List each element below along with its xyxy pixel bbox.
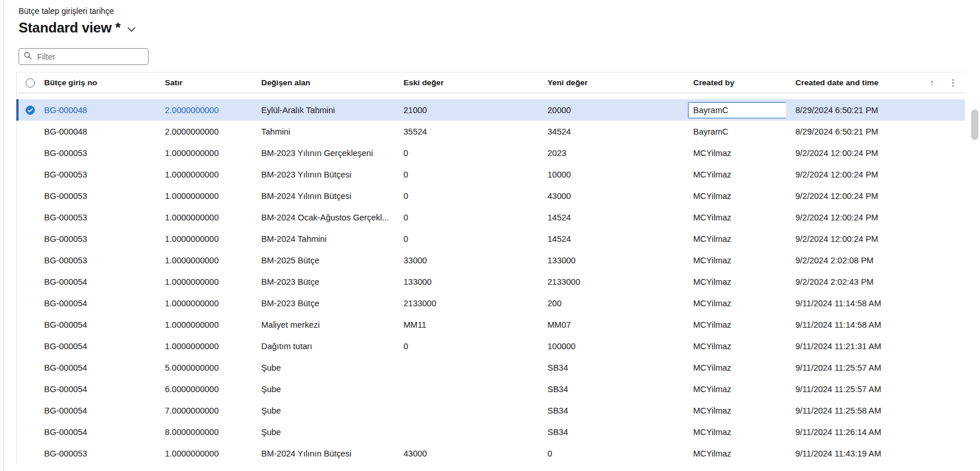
budget-entry-link[interactable]: BG-000054 [38,385,156,394]
row-select-cell[interactable] [17,299,38,308]
table-row[interactable]: BG-000053 1.0000000000 BM-2024 Yılının B… [17,185,965,206]
more-options-icon[interactable]: ⋮ [949,78,958,88]
row-select-cell[interactable] [17,213,38,222]
old-value-cell: 0 [394,191,538,201]
column-header-line[interactable]: Satır [156,78,252,87]
table-row[interactable]: BG-000054 1.0000000000 BM-2023 Bütçe 213… [17,292,965,314]
row-select-cell[interactable] [17,277,38,287]
budget-entry-link[interactable]: BG-000053 [38,191,156,201]
column-header-created-by[interactable]: Created by [684,78,786,87]
row-select-cell[interactable] [17,234,38,244]
created-by-value: BayramC [693,127,728,136]
created-by-value: MCYilmaz [693,213,732,222]
column-header-entry[interactable]: Bütçe giriş no [38,78,156,87]
budget-entry-link[interactable]: BG-000054 [38,277,156,287]
row-select-cell[interactable] [17,342,38,351]
created-by-cell: MCYilmaz [684,385,786,394]
created-by-value: MCYilmaz [693,148,732,158]
line-number-cell: 1.0000000000 [156,256,252,265]
page-title[interactable]: Standard view * [19,20,121,36]
created-by-cell: MCYilmaz [684,299,786,308]
filter-field[interactable] [19,48,149,65]
new-value-cell: 20000 [538,106,684,115]
row-select-cell[interactable] [17,363,38,372]
column-header-changed-field[interactable]: Değişen alan [252,78,394,87]
created-date-cell: 9/2/2024 2:02:08 PM [786,256,941,265]
select-all-cell[interactable] [17,78,38,88]
table-row[interactable]: BG-000054 1.0000000000 Dağıtım tutarı 0 … [17,335,965,357]
budget-entry-link[interactable]: BG-000054 [38,342,156,351]
budget-entry-link[interactable]: BG-000054 [38,363,156,372]
column-header-new-value[interactable]: Yeni değer [538,78,684,87]
new-value-cell: 200 [538,299,684,308]
budget-entry-link[interactable]: BG-000053 [38,213,156,222]
created-by-value: MCYilmaz [693,427,732,437]
new-value-cell: 10000 [538,170,684,179]
created-date-cell: 9/2/2024 12:00:24 PM [786,148,941,158]
column-header-old-value[interactable]: Eski değer [394,78,538,87]
row-select-cell[interactable] [17,148,38,158]
row-select-cell[interactable] [17,385,38,394]
table-row[interactable]: BG-000048 2.0000000000 Tahmini 35524 345… [17,121,965,142]
row-select-cell[interactable] [17,449,38,458]
row-select-cell[interactable] [17,427,38,437]
table-row[interactable]: BG-000053 1.0000000000 BM-2024 Yılının B… [17,443,965,464]
table-row[interactable]: BG-000054 7.0000000000 Şube SB34 MCYilma… [17,400,965,421]
changed-field-cell: BM-2024 Tahmini [252,234,394,244]
new-value-cell: 34524 [538,127,684,136]
view-selector[interactable]: Standard view * [19,20,136,36]
row-select-cell[interactable] [17,256,38,265]
row-select-cell[interactable] [17,191,38,201]
row-select-cell[interactable] [17,170,38,179]
budget-entry-link[interactable]: BG-000053 [38,148,156,158]
row-selected-checkbox[interactable] [26,106,35,115]
budget-entry-link[interactable]: BG-000048 [38,127,156,136]
grid-options-cell[interactable]: ⋮ [941,77,965,88]
budget-entry-link[interactable]: BG-000054 [38,299,156,308]
old-value-cell: 133000 [394,277,538,287]
changed-field-cell: Dağıtım tutarı [252,342,394,351]
chevron-down-icon[interactable] [127,24,136,35]
table-row[interactable]: BG-000053 1.0000000000 BM-2025 Bütçe 330… [17,249,965,271]
row-select-cell[interactable] [17,127,38,136]
budget-entry-link[interactable]: BG-000054 [38,406,156,415]
budget-entry-link[interactable]: BG-000053 [38,449,156,458]
row-select-cell[interactable] [17,320,38,329]
table-row[interactable]: BG-000053 1.0000000000 BM-2024 Ocak-Ağus… [17,206,965,228]
table-row[interactable]: BG-000054 1.0000000000 BM-2023 Bütçe 133… [17,271,965,292]
row-select-cell[interactable] [17,106,38,115]
created-by-cell: MCYilmaz [684,234,786,244]
created-date-cell: 9/11/2024 11:21:31 AM [786,342,941,351]
budget-entry-link[interactable]: BG-000054 [38,320,156,329]
page-content: Bütçe talep girişleri tarihçe Standard v… [5,0,980,464]
table-row[interactable]: BG-000053 1.0000000000 BM-2023 Yılının B… [17,164,965,185]
column-header-created-date[interactable]: Created date and time ↑ [786,78,941,88]
line-number-cell: 5.0000000000 [156,363,252,372]
created-by-value: MCYilmaz [693,363,732,372]
budget-entry-link[interactable]: BG-000053 [38,170,156,179]
created-by-editor[interactable]: BayramC [688,102,786,118]
row-select-cell[interactable] [17,406,38,415]
old-value-cell: 33000 [394,256,538,265]
created-by-cell: MCYilmaz [684,277,786,287]
table-row[interactable]: BG-000053 1.0000000000 BM-2024 Tahmini 0… [17,228,965,249]
table-row[interactable]: BG-000054 6.0000000000 Şube SB34 MCYilma… [17,378,965,400]
created-date-cell: 9/11/2024 11:25:58 AM [786,406,941,415]
table-row[interactable]: BG-000048 2.0000000000 Eylül-Aralık Tahm… [17,99,965,121]
select-all-checkbox[interactable] [26,78,35,88]
new-value-cell: 0 [538,449,684,458]
budget-entry-link[interactable]: BG-000053 [38,234,156,244]
table-row[interactable]: BG-000054 1.0000000000 Maliyet merkezi M… [17,314,965,335]
table-row[interactable]: BG-000053 1.0000000000 BM-2023 Yılının G… [17,142,965,164]
created-date-cell: 8/29/2024 6:50:21 PM [786,106,941,115]
line-number-cell: 1.0000000000 [156,191,252,201]
budget-entry-link[interactable]: BG-000053 [38,256,156,265]
table-row[interactable]: BG-000054 5.0000000000 Şube SB34 MCYilma… [17,357,965,378]
budget-entry-link[interactable]: BG-000054 [38,427,156,437]
old-value-cell: 0 [394,148,538,158]
vertical-scrollbar-thumb[interactable] [971,110,978,140]
table-row[interactable]: BG-000054 8.0000000000 Şube SB34 MCYilma… [17,421,965,443]
created-by-value: MCYilmaz [693,320,732,329]
budget-entry-link[interactable]: BG-000048 [38,106,156,115]
filter-input[interactable] [36,52,143,62]
